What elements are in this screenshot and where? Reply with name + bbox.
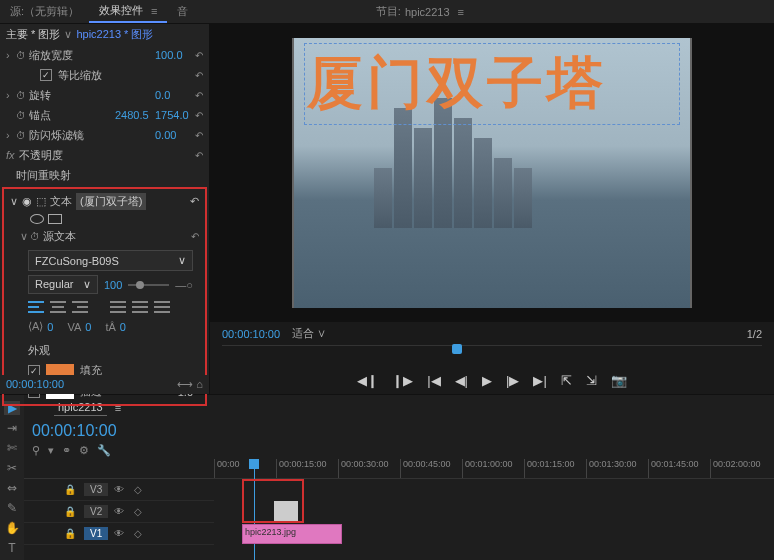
- rotation-value[interactable]: 0.0: [155, 89, 195, 101]
- fx-icon: fx: [6, 149, 15, 161]
- tab-audio[interactable]: 音: [167, 0, 198, 23]
- mark-in-button[interactable]: ◀❙: [357, 373, 378, 388]
- align-top-button[interactable]: [110, 300, 126, 314]
- program-tab[interactable]: 节目: hpic2213 ≡: [366, 0, 474, 23]
- uniform-scale-label: 等比缩放: [58, 68, 195, 83]
- uniform-scale-checkbox[interactable]: [40, 69, 52, 81]
- mark-out-button[interactable]: ❙▶: [392, 373, 413, 388]
- step-back-button[interactable]: ◀|: [455, 373, 468, 388]
- panel-zoom-icon[interactable]: ⟷ ⌂: [177, 378, 203, 391]
- align-middle-button[interactable]: [132, 300, 148, 314]
- settings-icon[interactable]: ⚙: [79, 444, 89, 457]
- playhead-icon[interactable]: [452, 344, 462, 354]
- hand-tool[interactable]: ✋: [4, 521, 20, 535]
- extract-button[interactable]: ⇲: [586, 373, 597, 388]
- kerning-icon: VA: [67, 321, 81, 333]
- play-button[interactable]: ▶: [482, 373, 492, 388]
- export-frame-button[interactable]: 📷: [611, 373, 627, 388]
- tab-source[interactable]: 源:（无剪辑）: [0, 0, 89, 23]
- prop-opacity[interactable]: 不透明度: [19, 148, 195, 163]
- breadcrumb-main: 主要 * 图形: [6, 27, 60, 42]
- timeline-content[interactable]: hpic2213.jpg: [214, 479, 774, 545]
- prop-antiflicker: 防闪烁滤镜: [29, 128, 155, 143]
- text-layer-name[interactable]: (厦门双子塔): [76, 193, 146, 210]
- appearance-label: 外观: [4, 337, 205, 360]
- tracking-icon: ⟨A⟩: [28, 320, 43, 333]
- chevron-down-icon: ∨: [178, 254, 186, 267]
- align-left-button[interactable]: [28, 300, 44, 314]
- tools-toolbar: ▶ ⇥ ✄ ✂ ⇔ ✎ ✋ T: [0, 395, 24, 560]
- track-select-tool[interactable]: ⇥: [4, 421, 20, 435]
- video-clip[interactable]: hpic2213.jpg: [242, 524, 342, 544]
- font-size-slider[interactable]: [128, 284, 169, 286]
- prop-timeremap[interactable]: 时间重映射: [16, 168, 203, 183]
- source-text-label: 源文本: [43, 229, 191, 244]
- scale-width-value[interactable]: 100.0: [155, 49, 195, 61]
- prop-rotation: 旋转: [29, 88, 155, 103]
- pen-tool[interactable]: ✎: [4, 501, 20, 515]
- snap-icon[interactable]: ⚲: [32, 444, 40, 457]
- transform-icon[interactable]: ⬚: [36, 195, 46, 208]
- ellipse-mask-icon[interactable]: [30, 214, 44, 224]
- program-timecode[interactable]: 00:00:10:00: [222, 328, 280, 340]
- toggle-icon[interactable]: ◇: [134, 484, 148, 495]
- prop-scale-width: 缩放宽度: [29, 48, 155, 63]
- tracking-value[interactable]: 0: [47, 321, 53, 333]
- rect-mask-icon[interactable]: [48, 214, 62, 224]
- resolution-select[interactable]: 1/2: [747, 328, 762, 340]
- anchor-x[interactable]: 2480.5: [115, 109, 155, 121]
- eye-icon[interactable]: 👁: [114, 484, 128, 495]
- reset-icon[interactable]: ↶: [195, 50, 203, 61]
- anchor-y[interactable]: 1754.0: [155, 109, 195, 121]
- tab-menu-icon[interactable]: ≡: [151, 5, 157, 17]
- kerning-value[interactable]: 0: [85, 321, 91, 333]
- timeline-timecode[interactable]: 00:00:10:00: [24, 420, 774, 442]
- lift-button[interactable]: ⇱: [561, 373, 572, 388]
- baseline-value[interactable]: 0: [120, 321, 126, 333]
- program-scrubber[interactable]: [222, 345, 762, 367]
- track-v2[interactable]: V2: [84, 505, 108, 518]
- razor-tool[interactable]: ✂: [4, 461, 20, 475]
- track-v3[interactable]: V3: [84, 483, 108, 496]
- link-icon[interactable]: ⚭: [62, 444, 71, 457]
- keyframe-icon[interactable]: ⏱: [16, 50, 26, 61]
- step-forward-button[interactable]: |▶: [506, 373, 519, 388]
- highlighted-text-section: ∨ ◉ ⬚ 文本 (厦门双子塔) ↶ ∨⏱ 源文本 ↶ FZCuSong-B09…: [2, 187, 207, 406]
- baseline-icon: tÂ: [105, 321, 115, 333]
- panel-timecode[interactable]: 00:00:10:00: [6, 378, 64, 391]
- effect-controls-panel: 主要 * 图形 ∨ hpic2213 * 图形 ›⏱ 缩放宽度 100.0 ↶ …: [0, 24, 210, 394]
- go-end-button[interactable]: ▶|: [533, 373, 546, 388]
- slip-tool[interactable]: ⇔: [4, 481, 20, 495]
- prop-anchor: 锚点: [29, 108, 115, 123]
- font-size-value[interactable]: 100: [104, 279, 122, 291]
- lock-icon[interactable]: 🔒: [64, 484, 78, 495]
- marker-icon[interactable]: ▾: [48, 444, 54, 457]
- tab-effect-controls[interactable]: 效果控件 ≡: [89, 0, 167, 23]
- eye-icon[interactable]: ◉: [22, 195, 32, 208]
- wrench-icon[interactable]: 🔧: [97, 444, 111, 457]
- type-tool[interactable]: T: [4, 541, 20, 555]
- ripple-tool[interactable]: ✄: [4, 441, 20, 455]
- go-start-button[interactable]: |◀: [427, 373, 440, 388]
- timeline-ruler[interactable]: 00:00 00:00:15:00 00:00:30:00 00:00:45:0…: [24, 459, 774, 479]
- breadcrumb-clip[interactable]: hpic2213 * 图形: [76, 27, 153, 42]
- track-v1[interactable]: V1: [84, 527, 108, 540]
- align-center-button[interactable]: [50, 300, 66, 314]
- zoom-fit-select[interactable]: 适合 ∨: [292, 326, 326, 341]
- clip-thumbnail: [274, 501, 298, 521]
- font-weight-select[interactable]: Regular∨: [28, 275, 98, 294]
- font-family-select[interactable]: FZCuSong-B09S∨: [28, 250, 193, 271]
- align-right-button[interactable]: [72, 300, 88, 314]
- program-monitor[interactable]: 厦门双子塔: [210, 24, 774, 322]
- text-effect-label: 文本: [50, 194, 72, 209]
- antiflicker-value[interactable]: 0.00: [155, 129, 195, 141]
- align-bottom-button[interactable]: [154, 300, 170, 314]
- title-text-overlay[interactable]: 厦门双子塔: [304, 43, 680, 125]
